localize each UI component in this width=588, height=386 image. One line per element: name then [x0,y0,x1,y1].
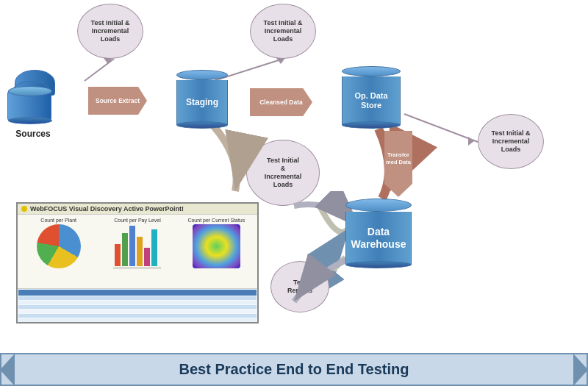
staging-cylinder: Staging [176,70,228,129]
sources-group: Sources [7,70,59,139]
pie-chart-container: Count per Plant [21,218,96,285]
data-warehouse-cylinder: DataWarehouse [345,199,412,268]
bubble-test-initial-3: Test Initial & Incremental Loads [478,114,544,169]
screenshot-box: WebFOCUS Visual Discovery Active PowerPo… [16,202,259,324]
contour-chart-container: Count per Current Status [179,218,254,285]
bottom-bar-arrow-right [573,354,588,386]
screenshot-header: WebFOCUS Visual Discovery Active PowerPo… [18,204,257,215]
screenshot-charts: Count per Plant Count per Pay Level Coun… [18,215,257,288]
sources-label: Sources [7,129,59,139]
chart1-label: Count per Plant [40,218,76,223]
diagram-container: Test Initial & Incremental Loads Test In… [0,0,588,353]
cleansed-data-label: Cleansed Data [259,99,303,106]
bubble-test-initial-1: Test Initial & Incremental Loads [77,4,143,59]
bottom-bar-arrow-left [0,354,15,386]
source-extract-arrow: Source Extract [88,87,147,115]
bar-chart-container: Count per Pay Level [99,218,175,285]
source-extract-label: Source Extract [96,97,140,104]
screenshot-title: WebFOCUS Visual Discovery Active PowerPo… [30,205,184,212]
pie-chart [37,224,81,268]
transform-data-label: Transfor med Data [384,151,412,166]
bottom-bar-text: Best Practice End to End Testing [179,361,409,378]
svg-line-6 [404,114,478,142]
contour-chart [193,224,240,268]
bubble-test-initial-2: Test Initial & Incremental Loads [250,4,316,59]
chart2-label: Count per Pay Level [114,218,160,223]
bottom-bar: Best Practice End to End Testing [0,353,588,386]
chart3-label: Count per Current Status [187,218,245,223]
bar-chart [113,224,161,268]
webfocus-icon [21,206,27,212]
op-data-store-cylinder: Op. DataStore [342,66,401,129]
transform-data-arrow: Transfor med Data [384,131,412,197]
screenshot-table [18,288,257,324]
